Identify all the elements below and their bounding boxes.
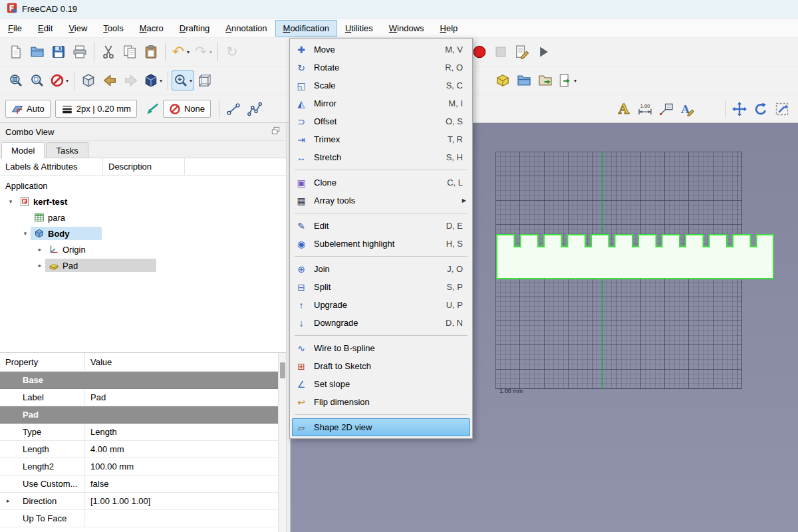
tree-item-para[interactable]: para <box>0 209 286 225</box>
make-link-button[interactable] <box>535 70 556 90</box>
tree-node[interactable]: Pad <box>45 259 156 272</box>
print-button[interactable] <box>69 42 90 62</box>
property-name[interactable]: Type <box>0 424 85 440</box>
menu-drafting[interactable]: Drafting <box>172 20 218 37</box>
menu-item-draft-to-sketch[interactable]: ⊞Draft to Sketch <box>290 357 472 375</box>
nav-forward-button[interactable] <box>120 70 142 90</box>
column-description[interactable]: Description <box>103 158 185 175</box>
property-group-base[interactable]: Base <box>0 372 278 389</box>
view-isometric-button[interactable] <box>78 70 99 90</box>
float-panel-icon[interactable] <box>271 126 281 138</box>
open-document-button[interactable] <box>27 42 48 62</box>
menu-item-shape-2d-view[interactable]: ▱Shape 2D view <box>292 418 470 436</box>
draft-line-button[interactable] <box>223 99 244 119</box>
tab-tasks[interactable]: Tasks <box>46 142 88 158</box>
menu-item-trimex[interactable]: ⇥TrimexT, R <box>290 130 472 148</box>
property-name[interactable]: Label <box>0 389 85 406</box>
menu-help[interactable]: Help <box>432 20 466 37</box>
macro-play-button[interactable] <box>533 42 554 62</box>
menu-item-offset[interactable]: ⊃OffsetO, S <box>290 112 472 130</box>
text-button[interactable]: A <box>613 99 634 119</box>
property-name[interactable]: Length <box>0 441 85 458</box>
chevron-down-icon[interactable]: ▾ <box>190 78 192 84</box>
tree-item-kerf-test[interactable]: ▾kerf-test <box>0 194 286 209</box>
property-scrollbar-thumb[interactable] <box>280 362 285 378</box>
tree-node[interactable]: Body <box>31 227 102 240</box>
menu-item-edit[interactable]: ✎EditD, E <box>290 217 472 235</box>
kerf-test-shape[interactable] <box>497 235 773 279</box>
menu-windows[interactable]: Windows <box>381 20 432 37</box>
tree-root-application[interactable]: Application <box>0 178 286 194</box>
menu-utilities[interactable]: Utilities <box>337 20 381 37</box>
chevron-down-icon[interactable]: ▾ <box>209 49 212 55</box>
scale-button[interactable] <box>771 99 793 119</box>
property-name[interactable]: Use Custom... <box>0 475 85 492</box>
menu-item-upgrade[interactable]: ↑UpgradeU, P <box>290 296 472 314</box>
zoom-tool-button[interactable]: ▾ <box>172 70 194 90</box>
menu-macro[interactable]: Macro <box>132 20 172 37</box>
view-axonometric-button[interactable] <box>194 70 215 90</box>
property-value[interactable]: Length <box>85 424 278 440</box>
dimension-button[interactable]: 1.00 <box>634 99 656 119</box>
paste-button[interactable] <box>140 42 162 62</box>
expander-icon[interactable]: ▾ <box>20 230 31 237</box>
chevron-down-icon[interactable]: ▾ <box>66 78 68 84</box>
label-button[interactable] <box>656 99 677 119</box>
tree-item-pad[interactable]: ▸Pad <box>0 257 286 273</box>
property-value[interactable]: false <box>85 475 278 492</box>
menu-item-rotate[interactable]: ↻RotateR, O <box>290 59 472 76</box>
menu-modification[interactable]: Modification <box>275 20 337 37</box>
property-value[interactable]: 4.00 mm <box>85 441 278 458</box>
menu-view[interactable]: View <box>61 20 95 37</box>
property-value[interactable]: [1.00 1.00 1.00] <box>85 493 278 509</box>
column-property[interactable]: Property <box>0 353 85 371</box>
working-plane-auto-button[interactable]: Auto <box>5 100 51 118</box>
expander-icon[interactable]: ▸ <box>35 262 45 269</box>
create-part-button[interactable] <box>492 70 513 90</box>
menu-item-mirror[interactable]: ◭MirrorM, I <box>290 94 472 112</box>
zoom-fit-selection-button[interactable] <box>27 70 48 90</box>
zoom-fit-all-button[interactable] <box>5 70 27 90</box>
expander-icon[interactable]: ▸ <box>35 246 45 253</box>
save-document-button[interactable] <box>48 42 69 62</box>
view-cube-button[interactable]: ▾ <box>142 70 164 90</box>
property-group-pad[interactable]: Pad <box>0 406 278 424</box>
property-value[interactable]: Pad <box>85 389 278 406</box>
undo-button[interactable]: ↶▾ <box>169 42 192 62</box>
menu-item-wire-to-b-spline[interactable]: ∿Wire to B-spline <box>290 339 472 357</box>
tree-node[interactable]: para <box>31 211 68 224</box>
menu-item-clone[interactable]: ▣CloneC, L <box>290 174 472 192</box>
autogroup-button[interactable]: None <box>163 100 211 118</box>
menu-annotation[interactable]: Annotation <box>217 20 275 37</box>
copy-button[interactable] <box>119 42 140 62</box>
property-value[interactable]: 100.00 mm <box>85 458 278 475</box>
property-name[interactable]: Up To Face <box>0 510 85 527</box>
expander-icon[interactable]: ▸ <box>7 497 10 504</box>
chevron-down-icon[interactable]: ▾ <box>574 78 577 84</box>
create-group-button[interactable] <box>513 70 535 90</box>
nav-back-button[interactable] <box>99 70 120 90</box>
tab-model[interactable]: Model <box>1 142 45 158</box>
chevron-down-icon[interactable]: ▾ <box>187 49 190 55</box>
property-value[interactable] <box>85 510 278 527</box>
menu-item-scale[interactable]: ◱ScaleS, C <box>290 76 472 94</box>
menu-tools[interactable]: Tools <box>95 20 131 37</box>
draft-polyline-button[interactable] <box>244 99 265 119</box>
chevron-down-icon[interactable]: ▾ <box>160 78 162 84</box>
cut-button[interactable] <box>98 42 119 62</box>
macro-edit-button[interactable] <box>511 42 533 62</box>
tree-node[interactable]: kerf-test <box>16 195 70 208</box>
menu-item-split[interactable]: ⊟SplitS, P <box>290 278 472 296</box>
property-name[interactable]: Length2 <box>0 458 85 475</box>
menu-item-flip-dimension[interactable]: ↩Flip dimension <box>290 393 472 411</box>
expander-icon[interactable]: ▾ <box>5 198 16 205</box>
move-button[interactable] <box>729 99 750 119</box>
line-width-button[interactable]: 2px | 0.20 mm <box>55 100 137 118</box>
menu-item-move[interactable]: ✚MoveM, V <box>290 41 472 59</box>
column-labels-attributes[interactable]: Labels & Attributes <box>0 158 103 175</box>
tree-item-origin[interactable]: ▸Origin <box>0 241 286 257</box>
wire-tool-button[interactable] <box>142 99 163 119</box>
menu-item-set-slope[interactable]: ∠Set slope <box>290 375 472 393</box>
macro-stop-button[interactable] <box>490 42 511 62</box>
draw-style-button[interactable]: ▾ <box>48 70 70 90</box>
